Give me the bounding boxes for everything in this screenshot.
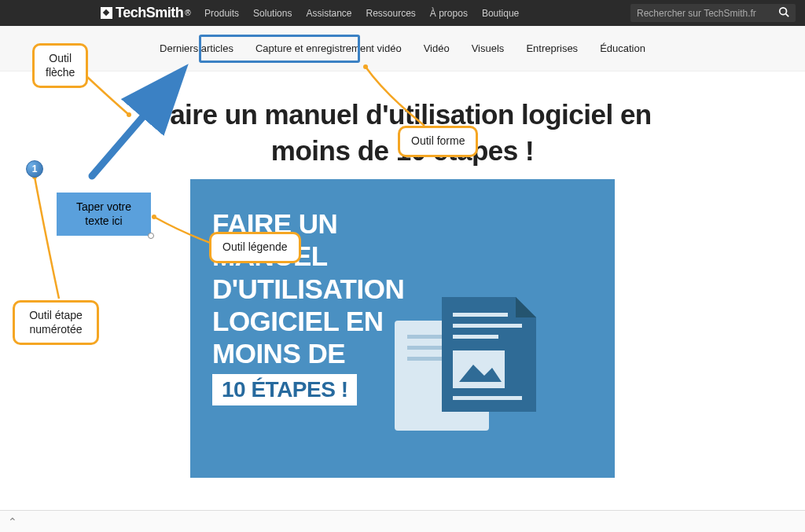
callout-step-tool-label: Outil étape numérotée: [29, 309, 83, 336]
svg-rect-11: [453, 396, 522, 400]
annotation-shape-rectangle[interactable]: [199, 35, 360, 63]
annotation-step-number: 1: [32, 163, 38, 174]
top-nav-bar: TechSmith® Produits Solutions Assistance…: [0, 0, 805, 26]
browser-status-bar: ⌃: [0, 510, 805, 532]
search-input[interactable]: Rechercher sur TechSmith.fr: [630, 4, 796, 22]
svg-rect-9: [453, 350, 505, 388]
annotation-text-box[interactable]: Taper votre texte ici: [57, 193, 151, 236]
svg-line-1: [786, 14, 789, 17]
svg-point-16: [152, 215, 156, 219]
annotation-step-badge[interactable]: 1: [26, 160, 43, 178]
subnav-entreprises[interactable]: Entreprises: [526, 42, 578, 54]
nav-assistance[interactable]: Assistance: [306, 8, 351, 19]
top-nav-links: Produits Solutions Assistance Ressources…: [204, 8, 519, 19]
brand-suffix: ®: [185, 9, 190, 17]
brand-logo[interactable]: TechSmith®: [101, 5, 190, 21]
svg-rect-7: [453, 324, 522, 328]
hero-banner: FAIRE UN MANUEL D'UTILISATION LOGICIEL E…: [190, 179, 615, 478]
nav-apropos[interactable]: À propos: [430, 8, 468, 19]
callout-shape-tool[interactable]: Outil forme: [398, 126, 478, 157]
callout-arrow-tool-label: Outilflèche: [46, 52, 75, 79]
svg-rect-8: [453, 335, 498, 339]
annotation-text-placeholder: Taper votre texte ici: [76, 200, 131, 227]
nav-boutique[interactable]: Boutique: [482, 8, 519, 19]
subnav-visuels[interactable]: Visuels: [472, 42, 505, 54]
subnav-education[interactable]: Éducation: [600, 42, 645, 54]
callout-arrow-tool[interactable]: Outilflèche: [32, 43, 88, 88]
svg-point-0: [780, 8, 787, 15]
callout-shape-tool-label: Outil forme: [411, 134, 465, 147]
nav-ressources[interactable]: Ressources: [366, 8, 416, 19]
svg-rect-6: [453, 313, 508, 317]
sub-nav-bar: Derniers articles Capture et enregistrem…: [0, 26, 805, 72]
brand-logo-icon: [101, 7, 112, 19]
nav-produits[interactable]: Produits: [204, 8, 239, 19]
brand-name: TechSmith: [116, 5, 183, 21]
callout-legend-tool[interactable]: Outil légende: [209, 232, 301, 263]
nav-solutions[interactable]: Solutions: [253, 8, 292, 19]
search-placeholder: Rechercher sur TechSmith.fr: [637, 8, 756, 19]
expand-caret-icon[interactable]: ⌃: [8, 515, 17, 528]
resize-handle-icon[interactable]: [148, 233, 154, 239]
document-illustration-icon: [387, 289, 544, 434]
callout-legend-tool-label: Outil légende: [222, 240, 288, 253]
hero-highlight: 10 ÉTAPES !: [212, 374, 357, 405]
callout-step-tool[interactable]: Outil étape numérotée: [13, 300, 99, 345]
search-icon[interactable]: [778, 6, 789, 20]
subnav-video[interactable]: Vidéo: [424, 42, 450, 54]
